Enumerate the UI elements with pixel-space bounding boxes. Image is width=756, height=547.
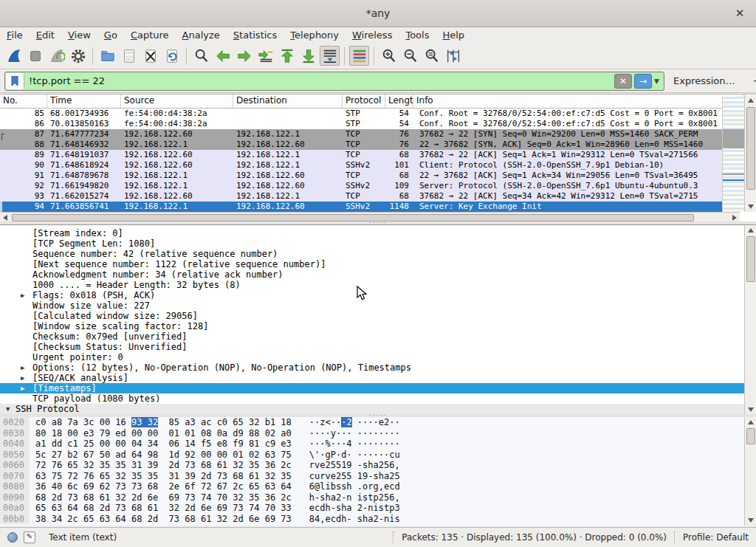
menu-go[interactable]: Go [97,28,124,42]
scroll-up-icon[interactable] [745,95,756,106]
packet-row[interactable]: 8568.001734936fe:54:00:d4:38:2aSTP54Conf… [0,109,722,119]
zoom-original-icon[interactable] [422,46,441,66]
packet-list-header[interactable]: No.TimeSourceDestinationProtocolLengthIn… [0,94,744,109]
detail-row[interactable]: [Checksum Status: Unverified] [0,342,744,352]
hex-row[interactable]: 0020c0 a8 7a 3c 00 16 93 32 85 a3 ac c0 … [0,417,756,428]
hex-bytes[interactable]: c0 a8 7a 3c 00 16 93 32 85 a3 ac c0 65 3… [35,417,292,428]
menu-help[interactable]: Help [436,28,471,42]
packet-list-vscrollbar[interactable] [744,95,756,212]
clear-icon[interactable]: ✕ [614,74,632,89]
go-back-icon[interactable] [213,46,233,66]
packet-row[interactable]: 9071.648618924192.168.122.60192.168.122.… [0,160,722,171]
hex-row[interactable]: 00a065 63 64 68 2d 73 68 61 32 2d 6e 69 … [0,503,756,514]
expander-closed-icon[interactable]: ▶ [21,362,24,373]
capture-options-icon[interactable] [68,46,88,66]
bookmark-icon[interactable] [6,73,24,89]
menu-analyze[interactable]: Analyze [176,28,227,42]
hex-bytes[interactable]: 5c 27 b2 67 50 ad 64 98 1d 92 00 00 01 0… [35,450,292,461]
scroll-thumb[interactable] [12,214,694,221]
apply-arrow-icon[interactable]: → [634,74,652,89]
close-file-icon[interactable] [140,46,160,66]
detail-vscrollbar[interactable] [744,225,756,415]
detail-row[interactable]: [Next sequence number: 1122 (relative se… [0,259,744,269]
hex-bytes[interactable]: 80 18 00 e3 79 ed 00 00 01 01 08 0a d9 8… [35,428,292,439]
detail-row[interactable]: ▶[Timestamps] [0,383,744,393]
stop-capture-icon[interactable] [25,46,45,66]
menu-tools[interactable]: Tools [399,28,436,42]
restart-capture-icon[interactable] [47,46,66,66]
go-forward-icon[interactable] [234,46,254,66]
scroll-thumb[interactable] [746,107,755,190]
hex-ascii[interactable]: 6@libssh .org,ecd [309,481,400,492]
detail-row[interactable]: Window size value: 227 [0,300,744,311]
packet-row[interactable]: 8670.013850163fe:54:00:d4:38:2aSTP54Conf… [0,119,722,129]
resize-columns-icon[interactable] [443,46,463,66]
packet-row[interactable]: 8871.648146932192.168.122.1192.168.122.6… [0,140,722,150]
scroll-down-icon[interactable] [745,202,756,212]
auto-scroll-icon[interactable] [320,46,340,66]
reload-file-icon[interactable] [162,46,182,66]
hex-bytes[interactable]: a1 dd c1 25 00 00 04 34 06 14 f5 e8 f9 8… [35,438,292,450]
detail-row[interactable]: ▶Flags: 0x018 (PSH, ACK) [0,290,744,300]
menu-statistics[interactable]: Statistics [227,28,284,42]
hex-ascii[interactable]: ···%···4 ········ [309,438,400,450]
intelligent-scrollbar-minimap[interactable] [722,97,745,212]
packet-row[interactable]: 9271.661949820192.168.122.1192.168.122.6… [0,181,722,191]
scroll-thumb[interactable] [746,428,755,444]
menu-edit[interactable]: Edit [30,28,61,42]
detail-row[interactable]: Sequence number: 42 (relative sequence n… [0,249,744,259]
display-filter-input[interactable] [24,75,614,86]
zoom-out-icon[interactable] [400,46,420,66]
hex-ascii[interactable]: ····y··· ········ [309,428,400,439]
hex-row[interactable]: 003080 18 00 e3 79 ed 00 00 01 01 08 0a … [0,428,756,439]
packet-row[interactable]: 8971.648191037192.168.122.60192.168.122.… [0,150,722,160]
scroll-up-icon[interactable] [745,225,756,235]
column-header-info[interactable]: Info [413,94,744,108]
hex-row[interactable]: 007063 75 72 76 65 32 35 35 31 39 2d 73 … [0,471,756,482]
packet-row[interactable]: 9471.663856741192.168.122.1192.168.122.6… [0,202,722,212]
hex-ascii[interactable]: curve255 19-sha25 [309,471,400,482]
hex-ascii[interactable]: \'·gP·d· ······cu [309,450,400,461]
detail-row[interactable]: 1000 .... = Header Length: 32 bytes (8) [0,280,744,290]
menu-wireless[interactable]: Wireless [346,28,399,42]
go-first-icon[interactable] [277,46,297,66]
scroll-up-icon[interactable] [745,417,756,427]
column-header-time[interactable]: Time [47,94,121,108]
detail-row[interactable]: Checksum: 0x79ed [unverified] [0,331,744,342]
menu-capture[interactable]: Capture [124,28,176,42]
start-capture-icon[interactable] [4,46,24,66]
detail-row[interactable]: [Calculated window size: 29056] [0,311,744,321]
expander-closed-icon[interactable]: ▶ [21,290,24,300]
expander-closed-icon[interactable]: ▶ [21,383,24,393]
hex-ascii[interactable]: 84,ecdh- sha2-nis [309,514,400,525]
hex-ascii[interactable]: h-sha2-n istp256, [309,492,400,503]
hex-bytes[interactable]: 63 75 72 76 65 32 35 35 31 39 2d 73 68 6… [35,471,292,482]
detail-row[interactable]: [TCP Segment Len: 1080] [0,238,744,249]
hex-row[interactable]: 006072 76 65 32 35 35 31 39 2d 73 68 61 … [0,460,756,471]
packet-row[interactable]: 8771.647777234192.168.122.60192.168.122.… [0,129,722,140]
menu-file[interactable]: File [0,28,30,42]
hex-bytes[interactable]: 72 76 65 32 35 35 31 39 2d 73 68 61 32 3… [35,460,292,471]
hex-ascii[interactable]: ··z<···2 ····e2·· [309,417,400,428]
zoom-in-icon[interactable] [379,46,399,66]
scroll-down-icon[interactable] [745,515,756,526]
hex-vscrollbar[interactable] [744,417,756,526]
chevron-down-icon[interactable]: ▼ [654,78,659,85]
open-file-icon[interactable] [97,46,117,66]
status-profile[interactable]: Profile: Default [683,532,749,543]
hex-ascii[interactable]: ecdh-sha 2-nistp3 [309,503,400,514]
column-header-length[interactable]: Length [385,94,413,108]
find-packet-icon[interactable] [191,46,211,66]
hex-row[interactable]: 008036 40 6c 69 62 73 73 68 2e 6f 72 67 … [0,481,756,492]
detail-row[interactable]: Acknowledgment number: 34 (relative ack … [0,269,744,280]
hex-bytes[interactable]: 38 34 2c 65 63 64 68 2d 73 68 61 32 2d 6… [35,514,292,525]
packet-row[interactable]: 9171.648789678192.168.122.1192.168.122.6… [0,171,722,181]
packet-row[interactable]: 9371.662015274192.168.122.60192.168.122.… [0,191,722,202]
expander-closed-icon[interactable]: ▶ [21,373,24,383]
display-filter-field[interactable]: ✕ → ▼ [4,72,664,91]
go-last-icon[interactable] [298,46,318,66]
expression-button[interactable]: Expression… [664,75,744,86]
detail-row[interactable]: TCP payload (1080 bytes) [0,393,744,404]
add-filter-button[interactable]: + [744,74,756,88]
detail-row[interactable]: ▶Options: (12 bytes), No-Operation (NOP)… [0,362,744,373]
